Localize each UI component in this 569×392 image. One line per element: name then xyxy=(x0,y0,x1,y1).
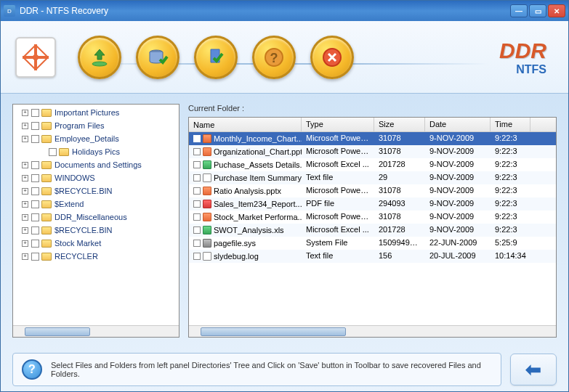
disk-check-button[interactable] xyxy=(194,36,238,79)
expand-icon[interactable]: + xyxy=(22,110,28,116)
cell-date: 9-NOV-2009 xyxy=(425,145,491,158)
expand-icon[interactable]: + xyxy=(22,188,28,195)
expand-icon[interactable]: + xyxy=(22,136,28,142)
tree-checkbox[interactable] xyxy=(31,200,39,208)
tree-item[interactable]: +$Extend xyxy=(13,197,179,211)
table-row[interactable]: slydebug.logText file15620-JUL-200910:14… xyxy=(189,250,556,263)
tree-item[interactable]: +$RECYCLE.BIN xyxy=(13,184,179,197)
grid-header[interactable]: Name Type Size Date Time xyxy=(189,118,556,132)
tree-item[interactable]: +Important Pictures xyxy=(13,106,179,119)
tree-checkbox[interactable] xyxy=(31,240,39,248)
folder-icon xyxy=(41,253,52,261)
file-checkbox[interactable] xyxy=(193,200,201,208)
file-checkbox[interactable] xyxy=(193,161,201,168)
table-row[interactable]: SWOT_Analysis.xlsMicrosoft Excel ...2017… xyxy=(189,224,556,237)
tree-checkbox[interactable] xyxy=(31,135,39,143)
file-checkbox[interactable] xyxy=(193,213,201,221)
file-checkbox[interactable] xyxy=(193,148,201,155)
cell-date: 9-NOV-2009 xyxy=(425,171,491,184)
tree-checkbox[interactable] xyxy=(31,174,39,182)
grid-body[interactable]: Monthly_Income_Chart...Microsoft Power .… xyxy=(189,132,556,325)
file-name: Ratio Analysis.pptx xyxy=(214,187,281,195)
content-area: +Important Pictures+Program Files+Employ… xyxy=(1,94,568,348)
col-header-size[interactable]: Size xyxy=(374,118,425,131)
file-checkbox[interactable] xyxy=(193,253,201,260)
tree-checkbox[interactable] xyxy=(31,187,39,195)
col-header-type[interactable]: Type xyxy=(302,118,374,131)
cell-time: 9:22:3 xyxy=(491,197,530,211)
brand-name: DDR xyxy=(499,38,546,63)
cell-size: 201728 xyxy=(374,158,425,171)
cell-size: 201728 xyxy=(374,224,425,237)
folder-tree[interactable]: +Important Pictures+Program Files+Employ… xyxy=(13,105,179,325)
tree-item[interactable]: +Program Files xyxy=(13,119,179,132)
tree-item[interactable]: +DDR_Miscellaneous xyxy=(13,211,179,224)
cell-size: 31078 xyxy=(374,184,425,197)
app-window: D DDR - NTFS Recovery — ▭ ✕ ? DDR NTFS xyxy=(0,0,569,392)
tree-checkbox[interactable] xyxy=(31,109,39,117)
folder-icon xyxy=(41,240,52,248)
file-name: slydebug.log xyxy=(214,252,259,261)
tree-checkbox[interactable] xyxy=(31,161,39,169)
cell-size: 31078 xyxy=(374,211,425,224)
table-row[interactable]: Puchase_Assets Details...Microsoft Excel… xyxy=(189,158,556,171)
expand-icon[interactable]: + xyxy=(22,123,28,129)
expand-icon[interactable]: + xyxy=(22,162,28,168)
table-row[interactable]: pagefile.sysSystem File15099494...22-JUN… xyxy=(189,237,556,250)
file-checkbox[interactable] xyxy=(193,187,201,195)
tree-checkbox[interactable] xyxy=(31,122,39,130)
tree-item[interactable]: +Documents and Settings xyxy=(13,158,179,171)
tree-label: Holidays Pics xyxy=(72,147,120,156)
table-row[interactable]: Monthly_Income_Chart...Microsoft Power .… xyxy=(189,132,556,145)
file-checkbox[interactable] xyxy=(193,135,201,142)
expand-icon[interactable]: + xyxy=(22,201,28,208)
back-button[interactable]: ⬅ xyxy=(510,354,557,385)
cell-size: 15099494... xyxy=(374,237,425,250)
table-row[interactable]: Stock_Market Performa...Microsoft Power … xyxy=(189,211,556,224)
help-button[interactable]: ? xyxy=(252,36,296,79)
tree-label: DDR_Miscellaneous xyxy=(55,213,127,221)
expand-icon[interactable]: + xyxy=(22,240,28,247)
tree-checkbox[interactable] xyxy=(31,213,39,221)
folder-icon xyxy=(41,135,52,143)
file-icon xyxy=(203,160,211,169)
file-checkbox[interactable] xyxy=(193,226,201,234)
tree-item[interactable]: +Stock Market xyxy=(13,237,179,250)
col-header-time[interactable]: Time xyxy=(491,118,530,131)
tree-item[interactable]: Holidays Pics xyxy=(13,145,179,158)
save-button[interactable] xyxy=(78,36,121,79)
expand-icon[interactable]: + xyxy=(22,214,28,221)
cell-date: 9-NOV-2009 xyxy=(425,158,491,171)
tree-item[interactable]: +$RECYCLE.BIN xyxy=(13,224,179,237)
table-row[interactable]: Organizational_Chart.pptxMicrosoft Power… xyxy=(189,145,556,158)
tree-checkbox[interactable] xyxy=(49,148,57,156)
expand-icon[interactable]: + xyxy=(22,253,28,260)
info-icon: ? xyxy=(22,359,42,380)
tree-item[interactable]: +Employee_Details xyxy=(13,132,179,145)
file-icon xyxy=(203,213,211,221)
tree-checkbox[interactable] xyxy=(31,226,39,234)
table-row[interactable]: Purchase Item Summary...Text file299-NOV… xyxy=(189,171,556,184)
tree-item[interactable]: +RECYCLER xyxy=(13,250,179,263)
file-name: Sales_Item234_Report... xyxy=(214,200,302,208)
file-name: pagefile.sys xyxy=(214,239,256,248)
tree-checkbox[interactable] xyxy=(31,253,39,261)
table-row[interactable]: Ratio Analysis.pptxMicrosoft Power ...31… xyxy=(189,184,556,197)
disk-apply-button[interactable] xyxy=(136,36,179,79)
col-header-date[interactable]: Date xyxy=(425,118,491,131)
tree-hscrollbar[interactable] xyxy=(13,325,179,337)
grid-hscrollbar[interactable] xyxy=(189,325,556,337)
expand-icon[interactable]: + xyxy=(22,227,28,234)
tree-item[interactable]: +WINDOWS xyxy=(13,171,179,184)
minimize-button[interactable]: — xyxy=(510,4,528,17)
file-checkbox[interactable] xyxy=(193,240,201,247)
expand-icon[interactable]: + xyxy=(22,175,28,181)
close-button[interactable]: ✕ xyxy=(548,4,565,17)
cell-type: Microsoft Power ... xyxy=(302,211,374,224)
file-checkbox[interactable] xyxy=(193,174,201,181)
header-toolbar: ? DDR NTFS xyxy=(1,21,568,94)
maximize-button[interactable]: ▭ xyxy=(529,4,546,17)
table-row[interactable]: Sales_Item234_Report...PDF file2940939-N… xyxy=(189,197,556,211)
col-header-name[interactable]: Name xyxy=(189,118,302,131)
cancel-button[interactable] xyxy=(310,36,354,79)
